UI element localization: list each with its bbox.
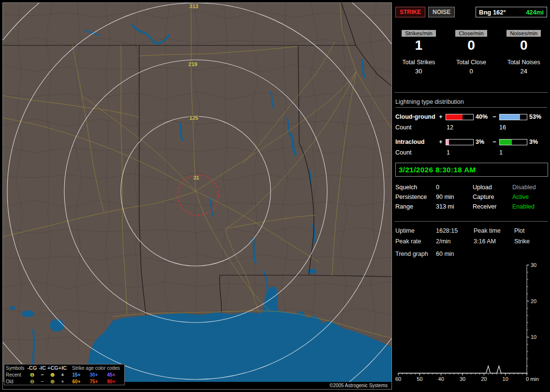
plus-sign: + — [438, 139, 444, 145]
divider — [394, 92, 548, 93]
peak-rate-value: 2/min — [436, 238, 474, 245]
status-row: Range 313 mi Receiver Enabled — [395, 202, 547, 211]
radar-map[interactable]: 313 219 125 31 ©2005 Astrogenic Systems … — [3, 3, 391, 389]
capture-label: Capture — [473, 194, 512, 200]
age-60: 60+ — [68, 379, 85, 384]
noises-per-min-value: 0 — [520, 38, 528, 53]
upload-label: Upload — [473, 184, 512, 191]
plot-value: Strike — [514, 238, 547, 245]
cg-minus-count: 16 — [496, 124, 506, 131]
age-90: 90+ — [102, 379, 120, 384]
legend-header-row: Symbols -CG -IC +CG +IC Strike age color… — [4, 364, 124, 371]
svg-text:0 min: 0 min — [526, 376, 539, 382]
trend-graph-window: 60 min — [436, 251, 454, 257]
pos-ic-old-icon: + — [58, 379, 68, 384]
age-15: 15+ — [68, 372, 85, 378]
legend-old-label: Old — [4, 379, 27, 384]
status-row: Persistence 90 min Capture Active — [395, 192, 547, 202]
copyright-text: ©2005 Astrogenic Systems — [330, 383, 388, 388]
squelch-label: Squelch — [395, 184, 436, 191]
legend-symbols-title: Symbols — [4, 365, 27, 371]
cloud-ground-label: Cloud-ground — [395, 113, 438, 120]
ic-minus-pct: 3% — [529, 139, 545, 145]
receiver-label: Receiver — [473, 203, 512, 210]
svg-text:30: 30 — [531, 262, 536, 268]
age-45: 45+ — [102, 372, 120, 378]
neg-ic-old-icon: − — [37, 379, 47, 384]
count-label: Count — [395, 149, 444, 156]
strikes-per-min-column: Strikes/min 1 Total Strikes 30 — [392, 30, 445, 75]
total-close-label: Total Close — [456, 59, 486, 66]
svg-text:10: 10 — [531, 334, 536, 340]
close-per-min-column: Close/min 0 Total Close 0 — [445, 30, 498, 75]
legend-col-pos-ic: +IC — [58, 365, 68, 371]
ic-plus-count: 1 — [444, 149, 496, 156]
total-strikes-value: 30 — [415, 68, 422, 75]
uptime-label: Uptime — [395, 227, 436, 234]
cloud-ground-count-row: Count 12 16 — [395, 124, 547, 131]
strike-indicator-button[interactable]: STRIKE — [395, 7, 425, 17]
neg-cg-recent-icon: ⊖ — [27, 372, 37, 378]
lightning-distribution: Lightning type distribution Cloud-ground… — [395, 98, 547, 156]
range-value: 313 mi — [436, 203, 473, 210]
cg-plus-count: 12 — [444, 124, 496, 131]
receiver-status: Squelch 0 Upload Disabled Persistence 90… — [395, 182, 547, 211]
plot-label: Plot — [514, 227, 547, 234]
squelch-value: 0 — [436, 184, 473, 191]
svg-text:60: 60 — [395, 376, 401, 382]
session-stats: Uptime 1628:15 Peak time Plot Peak rate … — [395, 225, 547, 257]
cg-plus-bar — [446, 114, 474, 120]
cg-plus-pct: 40% — [476, 113, 492, 120]
ic-plus-bar — [446, 139, 474, 145]
indicator-bar: STRIKE NOISE Bng 162° 424mi — [395, 7, 547, 17]
ic-plus-pct: 3% — [476, 139, 492, 145]
minus-sign: − — [492, 113, 497, 120]
trend-graph-label: Trend graph — [395, 251, 436, 257]
legend-col-neg-cg: -CG — [27, 365, 37, 371]
svg-text:30: 30 — [460, 376, 465, 382]
close-per-min-value: 0 — [467, 38, 475, 53]
bearing-label: Bng 162° — [479, 9, 506, 16]
status-panel: STRIKE NOISE Bng 162° 424mi Strikes/min … — [392, 0, 550, 392]
bearing-distance: 424mi — [526, 9, 544, 16]
svg-text:10: 10 — [503, 376, 508, 382]
total-close-value: 0 — [469, 68, 473, 75]
total-noises-label: Total Noises — [507, 59, 540, 66]
cloud-ground-row: Cloud-ground + 40% − 53% — [395, 113, 547, 120]
svg-text:20: 20 — [481, 376, 487, 382]
trend-graph-row: Trend graph 60 min — [395, 251, 547, 257]
cg-minus-bar — [499, 114, 527, 120]
pos-ic-recent-icon: + — [58, 372, 68, 378]
peak-time-value: 3:16 AM — [474, 238, 514, 245]
minus-sign: − — [492, 139, 497, 145]
persistence-label: Persistence — [395, 194, 436, 200]
peak-rate-label: Peak rate — [395, 238, 436, 245]
age-75: 75+ — [85, 379, 102, 384]
map-svg: 313 219 125 31 — [3, 3, 391, 389]
noises-per-min-chip: Noises/min — [507, 30, 541, 37]
legend-old-row: Old ⊖ − ⊕ + 60+ 75+ 90+ — [4, 378, 124, 385]
strikes-per-min-chip: Strikes/min — [402, 30, 436, 37]
total-noises-value: 24 — [520, 68, 527, 75]
pos-cg-old-icon: ⊕ — [47, 379, 58, 384]
status-row: Squelch 0 Upload Disabled — [395, 182, 547, 192]
stats-row: Uptime 1628:15 Peak time Plot — [395, 225, 547, 236]
legend-age-title: Strike age color codes — [68, 365, 124, 371]
ring-label-125: 125 — [189, 115, 198, 121]
noises-per-min-column: Noises/min 0 Total Noises 24 — [497, 30, 550, 75]
ic-minus-bar — [499, 139, 527, 145]
ring-label-313: 313 — [189, 3, 198, 9]
intracloud-count-row: Count 1 1 — [395, 149, 547, 156]
noise-indicator-button[interactable]: NOISE — [428, 7, 455, 17]
svg-text:50: 50 — [417, 376, 422, 382]
cg-minus-pct: 53% — [529, 113, 545, 120]
strike-legend: Symbols -CG -IC +CG +IC Strike age color… — [4, 364, 125, 385]
ring-label-31: 31 — [193, 175, 199, 181]
count-label: Count — [395, 124, 444, 131]
divider — [394, 221, 548, 222]
ic-minus-count: 1 — [496, 149, 503, 156]
datetime-display: 3/21/2026 8:30:18 AM — [395, 163, 548, 177]
pos-cg-recent-icon: ⊕ — [47, 372, 58, 378]
capture-value: Active — [512, 194, 547, 200]
legend-recent-row: Recent ⊖ − ⊕ + 15+ 30+ 45+ — [4, 371, 124, 378]
